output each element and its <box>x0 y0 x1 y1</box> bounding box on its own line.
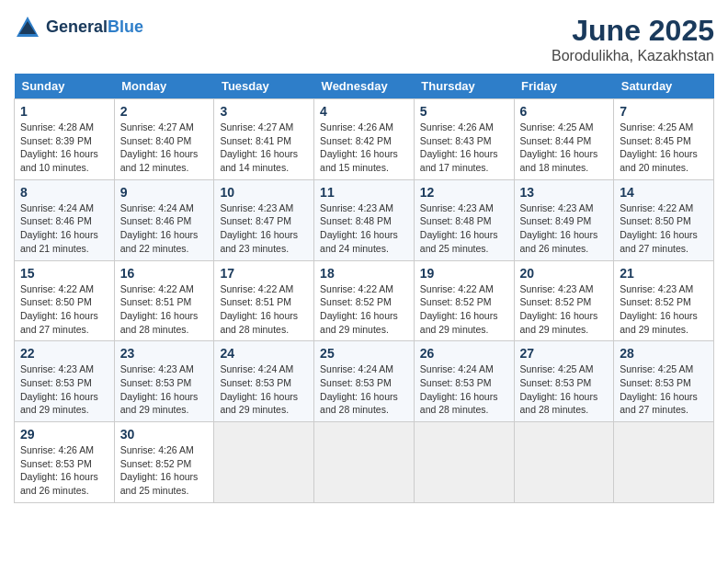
day-number: 22 <box>20 346 108 361</box>
day-info: Sunrise: 4:27 AM Sunset: 8:40 PM Dayligh… <box>120 121 209 175</box>
week-row-3: 15Sunrise: 4:22 AM Sunset: 8:50 PM Dayli… <box>15 260 714 341</box>
day-number: 4 <box>320 104 408 119</box>
weekday-header-tuesday: Tuesday <box>214 74 314 99</box>
day-cell: 6Sunrise: 4:25 AM Sunset: 8:44 PM Daylig… <box>514 99 614 180</box>
day-cell: 11Sunrise: 4:23 AM Sunset: 8:48 PM Dayli… <box>314 179 415 260</box>
day-info: Sunrise: 4:23 AM Sunset: 8:48 PM Dayligh… <box>420 201 508 256</box>
month-title: June 2025 <box>552 14 714 48</box>
weekday-header-wednesday: Wednesday <box>314 74 415 99</box>
day-number: 30 <box>120 427 209 442</box>
day-cell <box>614 422 714 503</box>
day-cell: 28Sunrise: 4:25 AM Sunset: 8:53 PM Dayli… <box>614 341 714 422</box>
day-number: 5 <box>420 104 508 119</box>
day-number: 20 <box>520 266 609 281</box>
week-row-2: 8Sunrise: 4:24 AM Sunset: 8:46 PM Daylig… <box>15 179 714 260</box>
day-info: Sunrise: 4:23 AM Sunset: 8:52 PM Dayligh… <box>620 282 708 337</box>
day-cell: 8Sunrise: 4:24 AM Sunset: 8:46 PM Daylig… <box>15 179 115 260</box>
day-cell: 19Sunrise: 4:22 AM Sunset: 8:52 PM Dayli… <box>414 260 514 341</box>
day-cell: 26Sunrise: 4:24 AM Sunset: 8:53 PM Dayli… <box>414 341 514 422</box>
title-block: June 2025 Borodulikha, Kazakhstan <box>552 14 714 64</box>
day-info: Sunrise: 4:22 AM Sunset: 8:50 PM Dayligh… <box>20 282 108 337</box>
day-cell: 12Sunrise: 4:23 AM Sunset: 8:48 PM Dayli… <box>414 179 514 260</box>
day-number: 26 <box>420 346 508 361</box>
day-info: Sunrise: 4:22 AM Sunset: 8:51 PM Dayligh… <box>120 282 209 337</box>
day-cell: 9Sunrise: 4:24 AM Sunset: 8:46 PM Daylig… <box>114 179 214 260</box>
day-cell: 18Sunrise: 4:22 AM Sunset: 8:52 PM Dayli… <box>314 260 415 341</box>
day-number: 17 <box>220 266 308 281</box>
day-cell: 16Sunrise: 4:22 AM Sunset: 8:51 PM Dayli… <box>114 260 214 341</box>
day-info: Sunrise: 4:25 AM Sunset: 8:44 PM Dayligh… <box>520 121 609 175</box>
day-number: 6 <box>520 104 609 119</box>
day-cell: 25Sunrise: 4:24 AM Sunset: 8:53 PM Dayli… <box>314 341 415 422</box>
weekday-header-thursday: Thursday <box>414 74 514 99</box>
day-info: Sunrise: 4:26 AM Sunset: 8:52 PM Dayligh… <box>120 443 209 498</box>
day-info: Sunrise: 4:25 AM Sunset: 8:45 PM Dayligh… <box>620 121 708 175</box>
location-title: Borodulikha, Kazakhstan <box>552 48 714 64</box>
calendar-table: SundayMondayTuesdayWednesdayThursdayFrid… <box>14 74 714 503</box>
day-info: Sunrise: 4:22 AM Sunset: 8:52 PM Dayligh… <box>420 282 508 337</box>
day-cell: 7Sunrise: 4:25 AM Sunset: 8:45 PM Daylig… <box>614 99 714 180</box>
day-cell <box>414 422 514 503</box>
day-number: 8 <box>20 185 108 200</box>
day-info: Sunrise: 4:28 AM Sunset: 8:39 PM Dayligh… <box>20 121 108 175</box>
day-info: Sunrise: 4:22 AM Sunset: 8:51 PM Dayligh… <box>220 282 308 337</box>
weekday-header-sunday: Sunday <box>15 74 115 99</box>
day-number: 29 <box>20 427 108 442</box>
day-cell: 22Sunrise: 4:23 AM Sunset: 8:53 PM Dayli… <box>15 341 115 422</box>
day-number: 16 <box>120 266 209 281</box>
day-number: 12 <box>420 185 508 200</box>
day-cell: 29Sunrise: 4:26 AM Sunset: 8:53 PM Dayli… <box>15 422 115 503</box>
day-number: 28 <box>620 346 708 361</box>
day-info: Sunrise: 4:24 AM Sunset: 8:46 PM Dayligh… <box>120 201 209 256</box>
day-cell: 5Sunrise: 4:26 AM Sunset: 8:43 PM Daylig… <box>414 99 514 180</box>
day-number: 9 <box>120 185 209 200</box>
day-info: Sunrise: 4:26 AM Sunset: 8:43 PM Dayligh… <box>420 121 508 175</box>
day-number: 3 <box>220 104 308 119</box>
day-number: 14 <box>620 185 708 200</box>
week-row-4: 22Sunrise: 4:23 AM Sunset: 8:53 PM Dayli… <box>15 341 714 422</box>
day-cell: 2Sunrise: 4:27 AM Sunset: 8:40 PM Daylig… <box>114 99 214 180</box>
day-cell: 1Sunrise: 4:28 AM Sunset: 8:39 PM Daylig… <box>15 99 115 180</box>
day-info: Sunrise: 4:23 AM Sunset: 8:47 PM Dayligh… <box>220 201 308 256</box>
day-cell: 24Sunrise: 4:24 AM Sunset: 8:53 PM Dayli… <box>214 341 314 422</box>
day-number: 13 <box>520 185 609 200</box>
day-cell: 14Sunrise: 4:22 AM Sunset: 8:50 PM Dayli… <box>614 179 714 260</box>
day-cell: 4Sunrise: 4:26 AM Sunset: 8:42 PM Daylig… <box>314 99 415 180</box>
day-number: 24 <box>220 346 308 361</box>
day-number: 1 <box>20 104 108 119</box>
day-info: Sunrise: 4:25 AM Sunset: 8:53 PM Dayligh… <box>620 362 708 417</box>
day-info: Sunrise: 4:23 AM Sunset: 8:53 PM Dayligh… <box>120 362 209 417</box>
day-number: 2 <box>120 104 209 119</box>
day-cell: 23Sunrise: 4:23 AM Sunset: 8:53 PM Dayli… <box>114 341 214 422</box>
day-cell: 30Sunrise: 4:26 AM Sunset: 8:52 PM Dayli… <box>114 422 214 503</box>
day-number: 23 <box>120 346 209 361</box>
weekday-header-row: SundayMondayTuesdayWednesdayThursdayFrid… <box>15 74 714 99</box>
day-cell <box>314 422 415 503</box>
day-cell: 27Sunrise: 4:25 AM Sunset: 8:53 PM Dayli… <box>514 341 614 422</box>
day-cell: 13Sunrise: 4:23 AM Sunset: 8:49 PM Dayli… <box>514 179 614 260</box>
day-info: Sunrise: 4:23 AM Sunset: 8:53 PM Dayligh… <box>20 362 108 417</box>
logo-icon <box>14 14 41 41</box>
week-row-5: 29Sunrise: 4:26 AM Sunset: 8:53 PM Dayli… <box>15 422 714 503</box>
day-info: Sunrise: 4:27 AM Sunset: 8:41 PM Dayligh… <box>220 121 308 175</box>
day-info: Sunrise: 4:23 AM Sunset: 8:49 PM Dayligh… <box>520 201 609 256</box>
day-number: 25 <box>320 346 408 361</box>
day-cell: 15Sunrise: 4:22 AM Sunset: 8:50 PM Dayli… <box>15 260 115 341</box>
day-info: Sunrise: 4:23 AM Sunset: 8:52 PM Dayligh… <box>520 282 609 337</box>
day-cell: 10Sunrise: 4:23 AM Sunset: 8:47 PM Dayli… <box>214 179 314 260</box>
week-row-1: 1Sunrise: 4:28 AM Sunset: 8:39 PM Daylig… <box>15 99 714 180</box>
day-number: 7 <box>620 104 708 119</box>
weekday-header-saturday: Saturday <box>614 74 714 99</box>
weekday-header-friday: Friday <box>514 74 614 99</box>
day-number: 21 <box>620 266 708 281</box>
day-cell <box>514 422 614 503</box>
page-header: GeneralBlue June 2025 Borodulikha, Kazak… <box>14 14 714 64</box>
day-info: Sunrise: 4:26 AM Sunset: 8:53 PM Dayligh… <box>20 443 108 498</box>
day-cell: 21Sunrise: 4:23 AM Sunset: 8:52 PM Dayli… <box>614 260 714 341</box>
day-info: Sunrise: 4:24 AM Sunset: 8:46 PM Dayligh… <box>20 201 108 256</box>
day-cell: 3Sunrise: 4:27 AM Sunset: 8:41 PM Daylig… <box>214 99 314 180</box>
day-info: Sunrise: 4:24 AM Sunset: 8:53 PM Dayligh… <box>420 362 508 417</box>
logo-text: GeneralBlue <box>46 17 143 38</box>
weekday-header-monday: Monday <box>114 74 214 99</box>
day-info: Sunrise: 4:22 AM Sunset: 8:50 PM Dayligh… <box>620 201 708 256</box>
